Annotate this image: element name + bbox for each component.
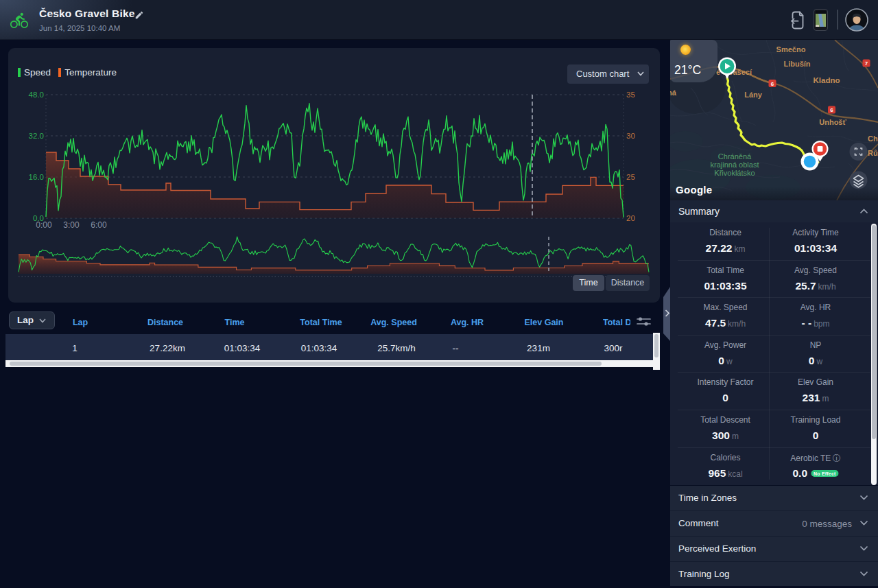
svg-text:Libušín: Libušín [783,60,810,68]
svg-text:6:00: 6:00 [91,220,107,230]
svg-text:16.0: 16.0 [29,173,44,181]
svg-text:7: 7 [865,60,868,67]
svg-text:Kladno: Kladno [814,76,840,84]
svg-text:35: 35 [626,91,635,99]
svg-text:Křivoklátsko: Křivoklátsko [714,169,755,177]
svg-text:6: 6 [771,81,774,87]
svg-text:48.0: 48.0 [29,91,44,99]
svg-text:Chráněná: Chráněná [718,152,752,161]
svg-text:Lány: Lány [744,91,763,99]
svg-text:0:00: 0:00 [36,220,52,230]
svg-text:Rů: Rů [868,149,878,157]
svg-text:6: 6 [830,107,833,113]
svg-text:Chy: Chy [868,134,878,143]
svg-text:Smečno: Smečno [776,45,806,54]
svg-text:krajinná oblast: krajinná oblast [711,161,759,169]
svg-text:3:00: 3:00 [63,220,80,230]
svg-text:Unhošť: Unhošť [819,118,846,126]
svg-text:30: 30 [626,132,635,140]
svg-text:20: 20 [626,214,635,222]
svg-text:ná: ná [670,89,677,97]
svg-text:32.0: 32.0 [29,132,44,140]
svg-text:25: 25 [626,173,635,181]
